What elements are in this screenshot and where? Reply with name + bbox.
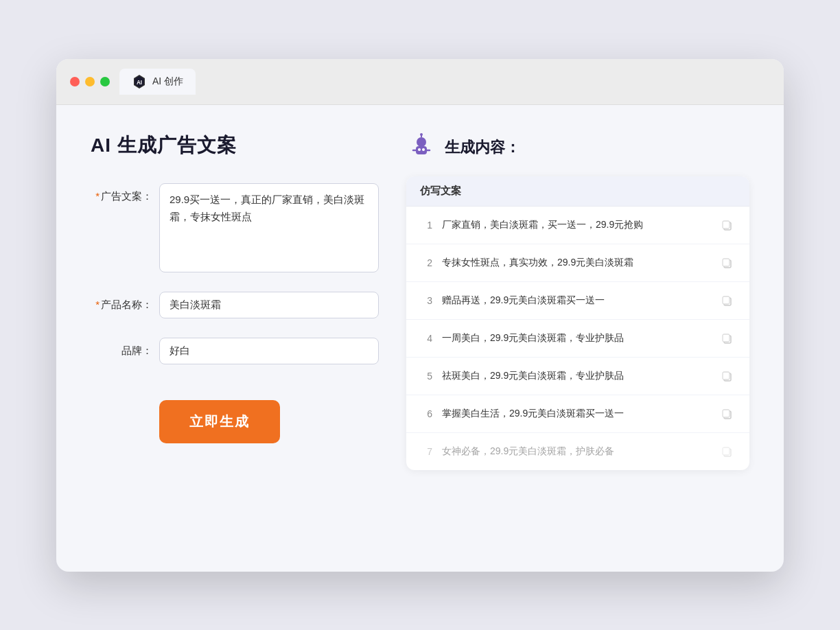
svg-rect-19 xyxy=(723,372,730,380)
row-text: 祛斑美白，29.9元美白淡斑霜，专业护肤品 xyxy=(442,369,708,383)
svg-point-2 xyxy=(417,137,426,147)
table-row: 6 掌握美白生活，29.9元美白淡斑霜买一送一 xyxy=(406,395,749,433)
row-text: 一周美白，29.9元美白淡斑霜，专业护肤品 xyxy=(442,331,708,345)
row-text: 女神必备，29.9元美白淡斑霜，护肤必备 xyxy=(442,444,708,458)
ad-copy-input[interactable]: 29.9买一送一，真正的厂家直销，美白淡斑霜，专抹女性斑点 xyxy=(159,183,379,272)
titlebar: AI AI 创作 xyxy=(56,59,784,105)
row-number: 4 xyxy=(420,333,432,344)
row-text: 专抹女性斑点，真实功效，29.9元美白淡斑霜 xyxy=(442,255,708,270)
row-text: 厂家直销，美白淡斑霜，买一送一，29.9元抢购 xyxy=(442,218,708,232)
brand-label: 品牌： xyxy=(91,338,152,358)
row-number: 6 xyxy=(420,408,432,419)
product-name-input[interactable]: 美白淡斑霜 xyxy=(159,292,379,318)
ad-copy-label: *广告文案： xyxy=(91,183,152,203)
row-number: 5 xyxy=(420,371,432,382)
main-content: AI 生成广告文案 *广告文案： 29.9买一送一，真正的厂家直销，美白淡斑霜，… xyxy=(56,105,784,572)
copy-button[interactable] xyxy=(718,367,736,385)
svg-point-4 xyxy=(418,148,421,151)
copy-button[interactable] xyxy=(718,216,736,234)
robot-icon xyxy=(406,132,436,163)
maximize-button[interactable] xyxy=(100,77,110,86)
row-text: 掌握美白生活，29.9元美白淡斑霜买一送一 xyxy=(442,406,708,421)
svg-rect-21 xyxy=(723,410,730,417)
row-number: 2 xyxy=(420,257,432,268)
row-text: 赠品再送，29.9元美白淡斑霜买一送一 xyxy=(442,293,708,307)
close-button[interactable] xyxy=(70,77,80,86)
result-header: 生成内容： xyxy=(406,132,749,163)
svg-point-7 xyxy=(420,133,423,136)
product-name-row: *产品名称： 美白淡斑霜 xyxy=(91,292,379,318)
svg-rect-23 xyxy=(723,447,730,455)
copy-button[interactable] xyxy=(718,329,736,347)
brand-row: 品牌： 好白 xyxy=(91,338,379,364)
copy-button[interactable] xyxy=(718,292,736,310)
svg-rect-3 xyxy=(416,146,427,154)
copy-button[interactable] xyxy=(718,443,736,460)
row-number: 3 xyxy=(420,295,432,306)
table-row: 1 厂家直销，美白淡斑霜，买一送一，29.9元抢购 xyxy=(406,207,749,244)
svg-rect-15 xyxy=(723,296,730,304)
required-star-1: * xyxy=(95,190,100,202)
row-number: 7 xyxy=(420,446,432,457)
svg-rect-13 xyxy=(723,259,730,266)
generate-button[interactable]: 立即生成 xyxy=(159,400,280,443)
tab-ai-creation[interactable]: AI AI 创作 xyxy=(119,69,196,95)
result-rows-container: 1 厂家直销，美白淡斑霜，买一送一，29.9元抢购 2 专抹女性斑点，真实功效，… xyxy=(406,207,749,470)
copy-button[interactable] xyxy=(718,405,736,423)
row-number: 1 xyxy=(420,220,432,231)
table-row: 2 专抹女性斑点，真实功效，29.9元美白淡斑霜 xyxy=(406,244,749,282)
result-title: 生成内容： xyxy=(445,137,520,158)
table-row: 5 祛斑美白，29.9元美白淡斑霜，专业护肤品 xyxy=(406,358,749,395)
brand-input[interactable]: 好白 xyxy=(159,338,379,364)
page-title: AI 生成广告文案 xyxy=(91,132,379,159)
right-panel: 生成内容： 仿写文案 1 厂家直销，美白淡斑霜，买一送一，29.9元抢购 2 专… xyxy=(406,132,749,544)
required-star-2: * xyxy=(95,299,100,310)
table-row: 7 女神必备，29.9元美白淡斑霜，护肤必备 xyxy=(406,433,749,470)
svg-text:AI: AI xyxy=(137,79,142,85)
svg-rect-11 xyxy=(723,221,730,229)
tab-label: AI 创作 xyxy=(152,75,183,88)
left-panel: AI 生成广告文案 *广告文案： 29.9买一送一，真正的厂家直销，美白淡斑霜，… xyxy=(91,132,379,544)
result-table: 仿写文案 1 厂家直销，美白淡斑霜，买一送一，29.9元抢购 2 专抹女性斑点，… xyxy=(406,176,749,470)
browser-window: AI AI 创作 AI 生成广告文案 *广告文案： 29.9买一送一，真正的厂家… xyxy=(56,59,784,572)
minimize-button[interactable] xyxy=(85,77,95,86)
product-name-label: *产品名称： xyxy=(91,292,152,312)
table-row: 3 赠品再送，29.9元美白淡斑霜买一送一 xyxy=(406,282,749,320)
svg-point-5 xyxy=(422,148,425,151)
svg-rect-17 xyxy=(723,334,730,342)
table-row: 4 一周美白，29.9元美白淡斑霜，专业护肤品 xyxy=(406,320,749,358)
table-header: 仿写文案 xyxy=(406,176,749,207)
traffic-lights xyxy=(70,77,110,86)
copy-button[interactable] xyxy=(718,254,736,272)
ai-tab-icon: AI xyxy=(132,74,147,89)
ad-copy-row: *广告文案： 29.9买一送一，真正的厂家直销，美白淡斑霜，专抹女性斑点 xyxy=(91,183,379,272)
